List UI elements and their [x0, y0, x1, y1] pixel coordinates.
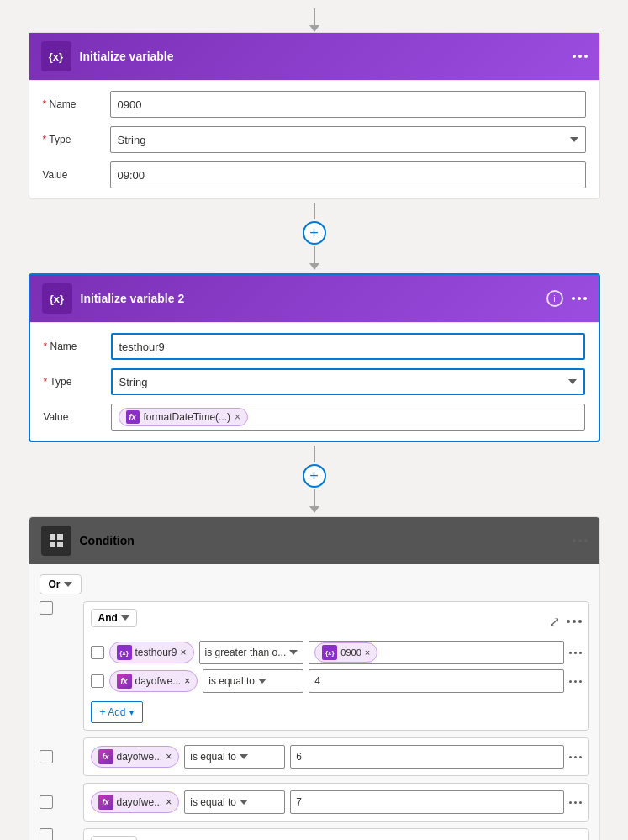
and-badge-1[interactable]: And — [91, 609, 137, 627]
and-group-1-checkbox[interactable] — [40, 601, 53, 615]
card1-menu[interactable] — [573, 55, 588, 58]
and-group-1-controls: ⤢ — [549, 614, 582, 630]
add-step-btn-1[interactable]: + — [303, 221, 326, 245]
card2-name-row: * Name — [44, 333, 585, 360]
equal-to-operator-2[interactable]: is equal to — [184, 745, 285, 769]
or-chevron — [64, 582, 72, 587]
operator-chevron-4 — [240, 800, 248, 805]
single-row-7-wrapper: fx dayofwe... × is equal to 7 — [40, 783, 589, 822]
card2-menu[interactable] — [572, 297, 587, 300]
dayofwe-chip-3[interactable]: fx dayofwe... × — [91, 791, 180, 813]
card2-title: Initialize variable 2 — [81, 292, 538, 305]
dayofwe-chip-3-close[interactable]: × — [166, 796, 172, 808]
card1-type-label: * Type — [43, 134, 102, 145]
single-row-7-value[interactable]: 7 — [290, 790, 563, 814]
connector-arrow-3 — [309, 506, 319, 513]
single-row-7-menu[interactable] — [569, 801, 582, 804]
or-label: Or — [49, 578, 61, 590]
fx-chip-icon: fx — [126, 410, 140, 424]
dayofwe-chip-3-text: dayofwe... — [117, 796, 163, 808]
single-row-6-value[interactable]: 6 — [290, 745, 563, 769]
chip-close-btn[interactable]: × — [235, 412, 240, 422]
card2-value-chip-container[interactable]: fx formatDateTime(...) × — [111, 404, 585, 431]
card1-header: {x} Initialize variable — [29, 33, 599, 81]
condition-menu[interactable] — [573, 539, 588, 542]
single-row-7-checkbox[interactable] — [40, 795, 53, 809]
testhour9-chip-text: testhour9 — [135, 647, 177, 658]
row1-value[interactable]: {x} 0900 × — [309, 641, 563, 664]
and-group-2-header: And ⤢ — [91, 836, 582, 840]
greater-than-operator[interactable]: is greater than o... — [199, 641, 304, 664]
single-row-6-wrapper: fx dayofwe... × is equal to 6 — [40, 737, 589, 776]
and-group-1-row-1: {x} testhour9 × is greater than o... {x} — [91, 641, 582, 664]
connector-plus-1: + — [303, 203, 326, 270]
top-connector — [309, 8, 319, 32]
format-datetime-chip-text: formatDateTime(...) — [144, 411, 231, 423]
and-group-1-row-2: fx dayofwe... × is equal to 4 — [91, 669, 582, 693]
equal-to-operator-3[interactable]: is equal to — [184, 790, 285, 814]
connector-line-4 — [314, 446, 315, 462]
card1-type-select[interactable]: String — [110, 126, 586, 153]
single-row-7: fx dayofwe... × is equal to 7 — [83, 783, 589, 822]
greater-than-text: is greater than o... — [205, 647, 287, 658]
var-icon-1: {x} — [117, 645, 132, 660]
and-badge-2[interactable]: And — [91, 836, 137, 840]
row2-checkbox[interactable] — [91, 674, 104, 688]
format-datetime-chip[interactable]: fx formatDateTime(...) × — [119, 408, 249, 426]
row1-menu[interactable] — [569, 652, 582, 654]
and-label-1: And — [98, 612, 118, 624]
dayofwe-chip-1[interactable]: fx dayofwe... × — [109, 670, 198, 692]
card2-type-value: String — [119, 376, 148, 388]
expand-icon-1[interactable]: ⤢ — [549, 614, 560, 630]
card1-value-row: Value — [43, 161, 586, 188]
single-row-7-value-text: 7 — [296, 796, 302, 808]
condition-icon — [41, 526, 71, 556]
equal-to-text-2: is equal to — [190, 751, 236, 763]
card1-name-input[interactable] — [110, 91, 586, 118]
card1-name-label: * Name — [43, 98, 102, 110]
card2-name-input[interactable] — [111, 333, 585, 360]
operator-chevron-3 — [240, 754, 248, 759]
card1-icon: {x} — [41, 41, 71, 71]
or-badge[interactable]: Or — [40, 574, 82, 594]
and-group-1: And ⤢ {x} — [83, 601, 589, 731]
card2-type-select[interactable]: String — [111, 368, 585, 395]
card2-value-label: Value — [44, 411, 103, 423]
and-group-2-checkbox[interactable] — [40, 828, 53, 840]
svg-rect-3 — [57, 542, 63, 547]
dayofwe-chip-1-text: dayofwe... — [135, 675, 182, 687]
connector-line-3 — [314, 246, 315, 263]
and-group-1-content: And ⤢ {x} — [58, 601, 589, 731]
single-row-6-checkbox[interactable] — [40, 750, 53, 763]
var-icon-2: {x} — [322, 645, 337, 660]
dayofwe-chip-2[interactable]: fx dayofwe... × — [91, 746, 180, 768]
and-group-2: And ⤢ fx — [83, 828, 589, 840]
add-step-btn-2[interactable]: + — [303, 464, 326, 488]
svg-rect-2 — [50, 542, 55, 547]
row2-menu[interactable] — [569, 680, 582, 683]
connector-line-2 — [314, 203, 315, 219]
and-group-1-wrapper: And ⤢ {x} — [40, 601, 589, 731]
add-condition-btn-1[interactable]: + Add ▾ — [91, 701, 143, 723]
testhour9-chip-close[interactable]: × — [181, 647, 187, 658]
single-row-6-menu[interactable] — [569, 756, 582, 758]
card2-info-icon[interactable]: i — [546, 290, 563, 307]
row1-checkbox[interactable] — [91, 646, 104, 659]
0900-chip-close[interactable]: × — [365, 647, 370, 658]
row2-value[interactable]: 4 — [309, 669, 563, 693]
card1-value-label: Value — [43, 169, 102, 181]
and-group-1-menu[interactable] — [567, 620, 582, 623]
equal-to-operator-1[interactable]: is equal to — [203, 669, 303, 693]
and-group-1-header: And ⤢ — [91, 609, 582, 634]
dayofwe-chip-2-close[interactable]: × — [166, 751, 172, 763]
card1-value-input[interactable] — [110, 161, 586, 188]
testhour9-chip[interactable]: {x} testhour9 × — [109, 642, 194, 663]
svg-rect-0 — [50, 534, 55, 540]
card1-type-value: String — [118, 134, 146, 146]
single-row-6: fx dayofwe... × is equal to 6 — [83, 737, 589, 776]
card1-type-chevron — [570, 137, 578, 142]
dayofwe-chip-1-close[interactable]: × — [184, 675, 190, 687]
condition-card: Condition Or And — [29, 516, 600, 840]
0900-chip[interactable]: {x} 0900 × — [314, 642, 377, 663]
fx-icon-2: fx — [98, 749, 113, 764]
